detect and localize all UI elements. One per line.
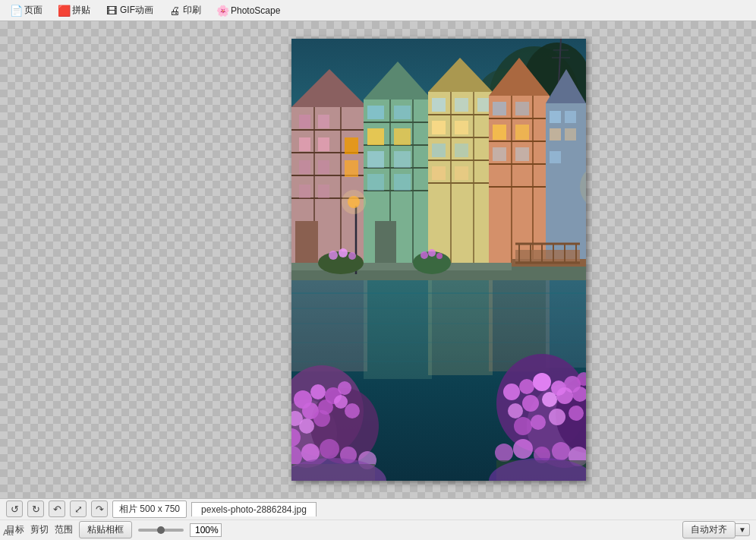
svg-point-152 [495,444,513,462]
menu-item-collage[interactable]: 🟥 拼贴 [51,1,97,20]
rotate-right-icon: ↷ [96,504,104,515]
svg-point-127 [313,410,330,427]
zoom-slider-track[interactable] [138,529,184,532]
menu-label-photoscape: PhotoScape [231,5,280,16]
svg-rect-80 [550,151,561,163]
svg-rect-24 [318,185,329,198]
svg-point-118 [310,384,326,399]
svg-rect-17 [299,137,310,151]
collage-icon: 🟥 [58,5,70,17]
svg-rect-34 [367,106,384,119]
svg-rect-15 [299,115,310,128]
align-dropdown-button[interactable]: ▼ [736,523,750,536]
svg-rect-37 [394,128,411,145]
undo-icon: ↺ [11,504,19,515]
svg-point-164 [348,252,356,260]
svg-rect-70 [493,125,506,140]
svg-rect-35 [394,106,411,119]
photo-frame [291,39,586,481]
svg-rect-41 [394,174,411,191]
svg-point-138 [508,403,523,418]
svg-rect-21 [318,160,329,174]
svg-rect-18 [318,137,329,151]
svg-rect-104 [428,280,493,375]
svg-rect-56 [432,144,446,157]
svg-rect-73 [515,147,529,161]
paste-frame-button[interactable]: 粘贴相框 [79,521,132,538]
svg-rect-58 [432,166,446,180]
svg-rect-72 [493,147,506,161]
menu-item-gif[interactable]: 🎞 GIF动画 [99,1,160,20]
filename-tab[interactable]: pexels-photo-2886284.jpg [191,502,317,516]
svg-rect-102 [291,280,367,371]
svg-point-140 [542,392,557,407]
svg-rect-57 [455,144,468,157]
bottom-status-text: Att [0,526,16,538]
menu-item-photoscape[interactable]: 🌸 PhotoScape [209,2,287,20]
svg-rect-51 [432,98,446,112]
menu-label-gif: GIF动画 [120,4,153,17]
svg-rect-38 [367,151,384,168]
svg-point-144 [531,415,546,430]
svg-rect-69 [515,102,529,115]
svg-rect-22 [345,160,358,177]
svg-rect-59 [455,166,468,180]
svg-rect-52 [455,98,468,112]
auto-align-button[interactable]: 自动对齐 [682,521,736,538]
main-canvas [0,21,756,498]
rotate-left-button[interactable]: ↶ [49,501,65,517]
rotate-left-icon: ↶ [53,504,61,515]
svg-point-133 [519,379,534,394]
svg-point-160 [436,253,443,259]
svg-rect-77 [565,111,576,123]
svg-point-100 [342,190,366,214]
toolbar-top-row: ↺ ↻ ↶ ⤢ ↷ 相片 500 x 750 pexels-photo-2886… [0,499,756,520]
svg-rect-79 [565,128,576,141]
gif-icon: 🎞 [106,5,118,17]
svg-rect-71 [515,125,529,140]
svg-point-139 [522,395,539,412]
photo-image [291,39,586,481]
svg-rect-39 [394,151,411,168]
zoom-slider-container [138,529,184,532]
svg-point-163 [339,248,348,257]
rotate-right-button[interactable]: ↷ [91,501,108,517]
print-icon: 🖨 [169,5,181,17]
svg-rect-55 [455,121,468,134]
toolbar-bottom-row: 目标 剪切 范围 粘贴相框 100% 自动对齐 ▼ [0,520,756,541]
zoom-slider-thumb[interactable] [157,526,165,534]
svg-point-132 [503,384,520,400]
svg-point-124 [334,395,348,409]
svg-rect-23 [299,185,310,198]
svg-rect-36 [367,128,384,145]
svg-point-134 [533,373,551,391]
redo-button[interactable]: ↻ [27,501,44,517]
svg-rect-20 [299,160,310,174]
svg-point-120 [338,381,351,395]
redo-icon: ↻ [32,504,40,515]
photoscape-icon: 🌸 [216,5,228,17]
svg-point-159 [428,249,436,257]
undo-button[interactable]: ↺ [6,501,23,517]
svg-point-162 [329,251,338,260]
bottom-toolbar: ↺ ↻ ↶ ⤢ ↷ 相片 500 x 750 pexels-photo-2886… [0,498,756,540]
svg-point-143 [514,417,532,435]
menu-label-page: 页面 [24,4,43,17]
menu-item-page[interactable]: 📄 页面 [3,1,49,20]
svg-rect-78 [550,128,561,141]
svg-point-141 [556,387,573,404]
page-icon: 📄 [10,5,22,17]
svg-rect-103 [364,280,432,379]
svg-point-153 [513,439,533,459]
svg-rect-82 [515,250,580,261]
menu-label-collage: 拼贴 [72,4,90,17]
svg-rect-40 [367,174,384,191]
resize-button[interactable]: ⤢ [70,501,87,517]
svg-point-148 [301,444,320,462]
svg-point-155 [552,442,570,460]
menu-item-print[interactable]: 🖨 印刷 [162,1,208,20]
range-label: 范围 [55,523,73,536]
photo-container [291,39,586,481]
svg-rect-19 [345,137,358,154]
svg-rect-16 [318,115,329,128]
